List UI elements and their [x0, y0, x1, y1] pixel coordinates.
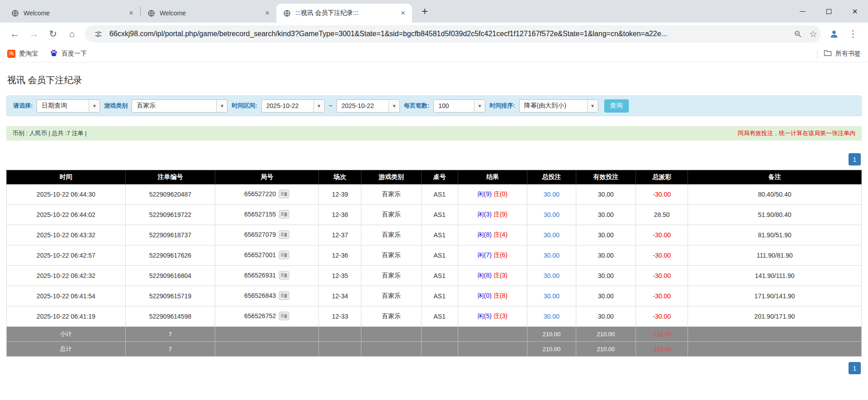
date-from-value: 2025-10-22 — [262, 100, 313, 112]
tab-bet-record[interactable]: :::视讯 会员下注纪录::: × — [276, 4, 412, 23]
result-player: 闲(7) — [478, 251, 492, 259]
bookmark-taobao[interactable]: 淘 爱淘宝 — [7, 50, 38, 58]
chevron-down-icon[interactable]: ▼ — [313, 100, 324, 112]
cell-result: 闲(3) 庄(9) — [458, 205, 527, 225]
cell-session: 12-37 — [318, 225, 361, 245]
result-banker: 庄(0) — [493, 190, 508, 198]
cell-table-number: AS1 — [421, 205, 458, 225]
result-banker: 庄(8) — [493, 292, 508, 299]
minimize-button[interactable] — [789, 0, 816, 23]
result-player: 闲(9) — [478, 190, 492, 198]
cell-bet-id: 522909620487 — [125, 184, 215, 205]
forward-button[interactable]: → — [24, 24, 43, 43]
chevron-down-icon[interactable]: ▼ — [389, 100, 399, 112]
summary-empty — [318, 327, 361, 342]
all-bookmarks-button[interactable]: 所有书签 — [824, 49, 861, 58]
cell-total-bet[interactable]: 30.00 — [527, 184, 576, 205]
column-header-payout: 总派彩 — [636, 170, 688, 184]
round-detail-icon[interactable] — [279, 230, 289, 240]
game-type-select[interactable]: 百家乐 ▼ — [132, 99, 228, 113]
cell-result: 闲(0) 庄(8) — [458, 286, 527, 306]
page-content: 视讯 会员下注纪录 请选择: 日期查询 ▼ 游戏类别 百家乐 ▼ 时间区间: 2… — [0, 74, 868, 374]
summary-total-bet: 210.00 — [527, 327, 576, 342]
round-detail-icon[interactable] — [279, 291, 289, 301]
column-header-remark: 备注 — [688, 170, 862, 184]
summary-payout: -151.50 — [636, 327, 688, 342]
url-text[interactable]: 66cxkj98.com/ipl/portal.php/game/betreco… — [109, 30, 787, 38]
cell-total-bet[interactable]: 30.00 — [527, 306, 576, 327]
summary-empty — [688, 342, 862, 357]
tab-close-icon[interactable]: × — [263, 9, 272, 18]
profile-avatar[interactable] — [825, 24, 844, 43]
cell-round: 656527220 — [215, 184, 319, 205]
per-page-select[interactable]: 100 ▼ — [433, 99, 485, 113]
tab-welcome-2[interactable]: Welcome × — [141, 4, 276, 23]
browser-menu-icon[interactable]: ⋮ — [844, 24, 863, 43]
column-header-session: 场次 — [318, 170, 361, 184]
cell-total-bet[interactable]: 30.00 — [527, 225, 576, 245]
chevron-down-icon[interactable]: ▼ — [216, 100, 227, 112]
cell-round: 656527079 — [215, 225, 319, 245]
cell-remark: 201.90/171.90 — [688, 306, 862, 327]
round-detail-icon[interactable] — [279, 189, 289, 200]
bookmark-star-icon[interactable]: ☆ — [809, 28, 817, 39]
cell-table-number: AS1 — [421, 245, 458, 266]
cell-total-bet[interactable]: 30.00 — [527, 245, 576, 266]
maximize-button[interactable] — [816, 0, 842, 23]
cell-payout: -30.00 — [636, 225, 688, 245]
tab-close-icon[interactable]: × — [127, 9, 136, 18]
close-window-button[interactable]: × — [842, 0, 868, 23]
round-detail-icon[interactable] — [279, 210, 289, 220]
summary-row: 总计 7 210.00 210.00 -151.50 — [7, 342, 862, 357]
cell-payout: -30.00 — [636, 184, 688, 205]
cell-time: 2025-10-22 06:42:32 — [7, 266, 126, 286]
new-tab-button[interactable]: + — [417, 3, 433, 19]
round-number: 656526931 — [244, 272, 276, 279]
table-row: 2025-10-22 06:44:30 522909620487 6565272… — [7, 184, 862, 205]
address-bar: ← → ↻ ⌂ 66cxkj98.com/ipl/portal.php/game… — [0, 23, 868, 45]
cell-session: 12-34 — [318, 286, 361, 306]
cell-total-bet[interactable]: 30.00 — [527, 286, 576, 306]
cell-total-bet[interactable]: 30.00 — [527, 205, 576, 225]
date-to-select[interactable]: 2025-10-22 ▼ — [337, 99, 400, 113]
range-separator: ~ — [329, 102, 332, 109]
bookmark-baidu[interactable]: 百度一下 — [50, 49, 87, 58]
chevron-down-icon[interactable]: ▼ — [474, 100, 485, 112]
summary-empty — [361, 342, 421, 357]
zoom-icon[interactable] — [792, 30, 804, 38]
summary-valid-bet: 210.00 — [576, 327, 636, 342]
result-banker: 庄(9) — [493, 211, 508, 218]
home-button[interactable]: ⌂ — [62, 24, 81, 43]
cell-total-bet[interactable]: 30.00 — [527, 266, 576, 286]
url-bar[interactable]: 66cxkj98.com/ipl/portal.php/game/betreco… — [85, 25, 821, 42]
cell-session: 12-36 — [318, 245, 361, 266]
site-info-icon[interactable] — [92, 30, 104, 38]
tab-welcome-1[interactable]: Welcome × — [5, 4, 140, 23]
round-detail-icon[interactable] — [279, 250, 289, 261]
chevron-down-icon[interactable]: ▼ — [587, 100, 598, 112]
page-number-button[interactable]: 1 — [849, 362, 861, 374]
back-button[interactable]: ← — [5, 24, 24, 43]
cell-remark: 141.90/111.90 — [688, 266, 862, 286]
table-header-row: 时间 注单编号 局号 场次 游戏类别 桌号 结果 总投注 有效投注 总派彩 备注 — [7, 170, 862, 184]
cell-round: 656527155 — [215, 205, 319, 225]
info-note-text: 同局有效投注，统一计算在该局第一张注单内 — [738, 129, 855, 137]
result-banker: 庄(3) — [493, 312, 508, 320]
sort-order-select[interactable]: 降幂(由大到小) ▼ — [519, 99, 598, 113]
cell-time: 2025-10-22 06:41:19 — [7, 306, 126, 327]
tab-close-icon[interactable]: × — [398, 9, 408, 18]
cell-session: 12-33 — [318, 306, 361, 327]
query-type-select[interactable]: 日期查询 ▼ — [37, 99, 100, 113]
page-number-button[interactable]: 1 — [849, 153, 861, 165]
cell-remark: 171.90/141.90 — [688, 286, 862, 306]
search-button[interactable]: 查询 — [604, 99, 629, 113]
reload-button[interactable]: ↻ — [43, 24, 62, 43]
round-detail-icon[interactable] — [279, 271, 289, 281]
round-detail-icon[interactable] — [279, 311, 289, 322]
bookmarks-bar-right: 所有书签 — [817, 49, 861, 58]
date-from-select[interactable]: 2025-10-22 ▼ — [261, 99, 325, 113]
cell-round: 656527001 — [215, 245, 319, 266]
chevron-down-icon[interactable]: ▼ — [89, 100, 100, 112]
cell-valid-bet: 30.00 — [576, 184, 636, 205]
cell-round: 656526843 — [215, 286, 319, 306]
